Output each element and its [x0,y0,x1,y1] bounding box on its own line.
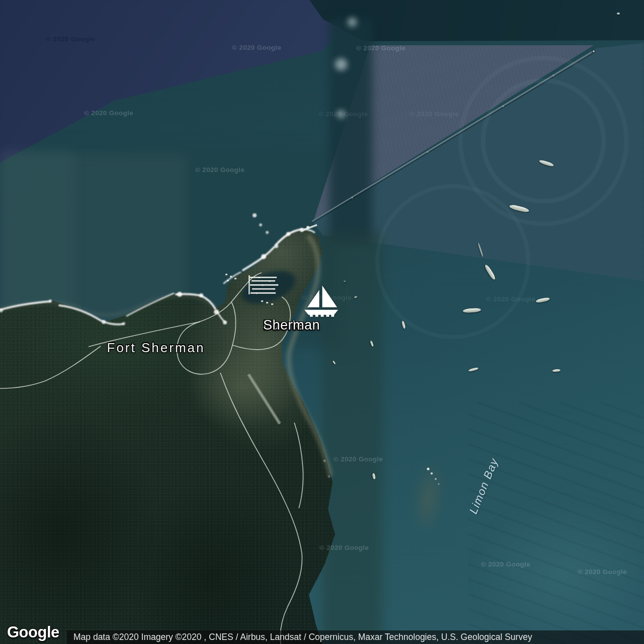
copyright-watermark: © 2020 Google [195,166,245,174]
google-logo[interactable]: Google [7,623,59,641]
copyright-watermark: © 2020 Google [232,44,281,51]
place-label-fort-sherman: Fort Sherman [107,340,205,356]
satellite-map-canvas[interactable]: © 2020 Google© 2020 Google© 2020 Google©… [0,0,644,644]
copyright-watermark: © 2020 Google [319,544,369,551]
copyright-watermark: © 2020 Google [84,109,133,117]
copyright-watermark: © 2020 Google [318,110,368,118]
copyright-watermark: © 2020 Google [410,110,459,118]
sailboat-marker-icon[interactable] [304,284,339,320]
copyright-watermark: © 2020 Google [486,295,535,303]
copyright-watermark: © 2020 Google [46,35,95,43]
copyright-watermark: © 2020 Google [481,560,530,568]
copyright-watermark: © 2020 Google [578,568,627,576]
copyright-watermark: © 2020 Google [334,455,383,463]
map-attribution: Map data ©2020 Imagery ©2020 , CNES / Ai… [67,630,644,644]
copyright-watermark: © 2020 Google [356,44,406,52]
watermark-layer: © 2020 Google© 2020 Google© 2020 Google©… [0,0,644,644]
